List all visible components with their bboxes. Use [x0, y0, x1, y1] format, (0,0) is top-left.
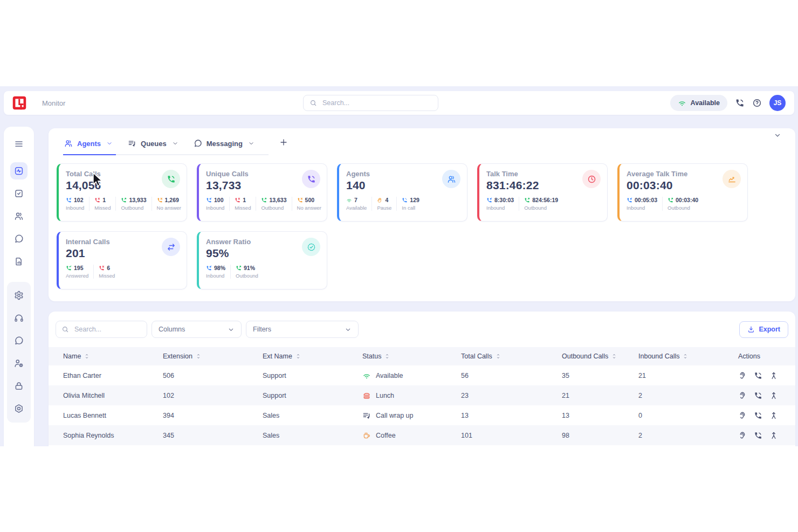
whisper-call-action-button[interactable] — [754, 391, 762, 400]
substat-value: 00:05:03 — [635, 197, 657, 203]
listen-action-button[interactable] — [738, 371, 747, 380]
help-icon[interactable] — [752, 98, 762, 108]
stat-card-substats: 102Inbound1Missed13,933Outbound1,269No a… — [66, 197, 180, 211]
chevron-down-icon — [172, 140, 178, 147]
cell-ext_name: Sales — [263, 412, 362, 419]
substat-value: 195 — [74, 265, 84, 271]
sidebar-item-dashboard[interactable] — [10, 162, 27, 179]
listen-action-button[interactable] — [738, 411, 747, 420]
tab-agents[interactable]: Agents — [63, 137, 127, 154]
listen-action-button[interactable] — [738, 431, 747, 440]
search-icon — [61, 326, 69, 333]
table-row[interactable]: Sophia Reynolds345SalesCoffee101982 — [49, 425, 795, 445]
tab-queues[interactable]: Queues — [127, 137, 192, 154]
sidebar-item-integrations[interactable] — [10, 400, 27, 417]
column-header-outbound-calls[interactable]: Outbound Calls — [562, 353, 638, 360]
availability-pill[interactable]: Available — [670, 95, 727, 111]
tab-label: Messaging — [207, 140, 243, 148]
collapse-panel-chevron-down-icon[interactable] — [774, 132, 781, 139]
column-header-name[interactable]: Name — [63, 353, 163, 360]
table-row[interactable]: Olivia Mitchell102SupportLunch23212 — [49, 385, 795, 405]
sidebar-item-support[interactable] — [10, 309, 27, 327]
stat-card-badge — [723, 170, 741, 188]
avatar[interactable]: JS — [769, 95, 786, 111]
add-tab-button[interactable] — [279, 138, 288, 147]
whisper-call-action-button[interactable] — [754, 411, 762, 420]
table-row[interactable]: Lucas Bennett394SalesCall wrap up13130 — [49, 405, 795, 425]
substat-value-line: 13,633 — [261, 197, 286, 203]
whisper-call-action-button[interactable] — [754, 431, 762, 440]
sidebar-item-messages[interactable] — [10, 332, 27, 349]
table-search-input[interactable] — [73, 325, 141, 334]
column-header-status[interactable]: Status — [362, 353, 461, 360]
wifi-icon — [362, 371, 371, 380]
substat-inbound: 100Inbound — [206, 197, 230, 211]
column-header-inbound-calls[interactable]: Inbound Calls — [638, 353, 733, 360]
global-search-input[interactable] — [321, 99, 432, 107]
substat-label: Pause — [377, 205, 391, 211]
stat-card-substats: 8:30:03Inbound824:56:19Outbound — [486, 197, 601, 211]
substat-value-line: 1 — [94, 197, 111, 203]
barge-in-action-button[interactable] — [769, 431, 778, 440]
tab-messaging[interactable]: Messaging — [192, 137, 269, 154]
global-search[interactable] — [303, 95, 438, 111]
substat-value: 8:30:03 — [494, 197, 514, 203]
column-header-extension[interactable]: Extension — [163, 353, 263, 360]
cell-actions — [733, 391, 795, 400]
export-button[interactable]: Export — [739, 321, 788, 338]
stat-card-agents: Agents1407Available4Pause129In call — [337, 163, 467, 222]
substat-label: Missed — [235, 205, 251, 211]
substat-value-line: 824:56:19 — [524, 197, 558, 203]
cell-ext_name: Sales — [263, 432, 362, 439]
cell-inbound-calls: 21 — [638, 372, 733, 379]
cell-status: Coffee — [362, 431, 461, 440]
sidebar-item-conversations[interactable] — [10, 230, 27, 247]
filters-dropdown-label: Filters — [253, 326, 271, 333]
substat-value-line: 500 — [297, 197, 321, 203]
sidebar-item-security[interactable] — [10, 377, 27, 395]
sidebar-item-reports[interactable] — [10, 253, 27, 270]
column-header-label: Outbound Calls — [562, 353, 608, 360]
table-row[interactable]: Ethan Carter506SupportAvailable563521 — [49, 365, 795, 385]
table-controls: Columns Filters Export — [49, 312, 795, 338]
messages-icon — [14, 336, 24, 346]
substat-label: No answer — [157, 205, 181, 211]
table-search[interactable] — [56, 321, 147, 338]
barge-in-action-button[interactable] — [769, 411, 778, 420]
listen-action-button[interactable] — [738, 391, 747, 400]
substat-no-answer: 1,269No answer — [157, 197, 186, 211]
column-header-total-calls[interactable]: Total Calls — [461, 353, 562, 360]
substat-inbound: 98%Inbound — [206, 265, 231, 279]
sidebar-item-tasks[interactable] — [10, 185, 27, 202]
cell-total-calls: 13 — [461, 412, 562, 419]
sidebar-item-user-settings[interactable] — [10, 355, 27, 372]
list-enter-icon — [362, 411, 371, 420]
filters-dropdown[interactable]: Filters — [246, 321, 359, 338]
substat-value: 98% — [214, 265, 225, 271]
phone-out-icon — [524, 197, 530, 203]
cell-actions — [733, 411, 795, 420]
stat-card-badge — [582, 170, 601, 188]
tabs-row: AgentsQueuesMessaging — [49, 128, 795, 155]
phone-icon[interactable] — [735, 98, 745, 108]
tab-label: Agents — [77, 140, 101, 148]
substat-value-line: 195 — [66, 265, 88, 271]
cell-outbound-calls: 98 — [562, 432, 638, 439]
column-header-ext-name[interactable]: Ext Name — [263, 353, 362, 360]
phone-in-icon — [627, 197, 632, 203]
menu-icon — [14, 139, 24, 149]
barge-in-action-button[interactable] — [769, 391, 778, 400]
barge-in-action-button[interactable] — [769, 371, 778, 380]
cell-total-calls: 101 — [461, 432, 562, 439]
transfer-icon — [167, 243, 176, 252]
sidebar-item-settings[interactable] — [10, 287, 27, 304]
columns-dropdown[interactable]: Columns — [152, 321, 242, 338]
substat-value: 500 — [305, 197, 315, 203]
substat-value-line: 8:30:03 — [486, 197, 514, 203]
cell-extension: 394 — [163, 412, 263, 419]
sidebar-item-menu[interactable] — [10, 135, 27, 153]
substat-value: 1 — [102, 197, 106, 203]
substat-outbound: 00:03:40Outbound — [668, 197, 703, 211]
whisper-call-action-button[interactable] — [754, 371, 762, 380]
sidebar-item-agents[interactable] — [10, 208, 27, 225]
